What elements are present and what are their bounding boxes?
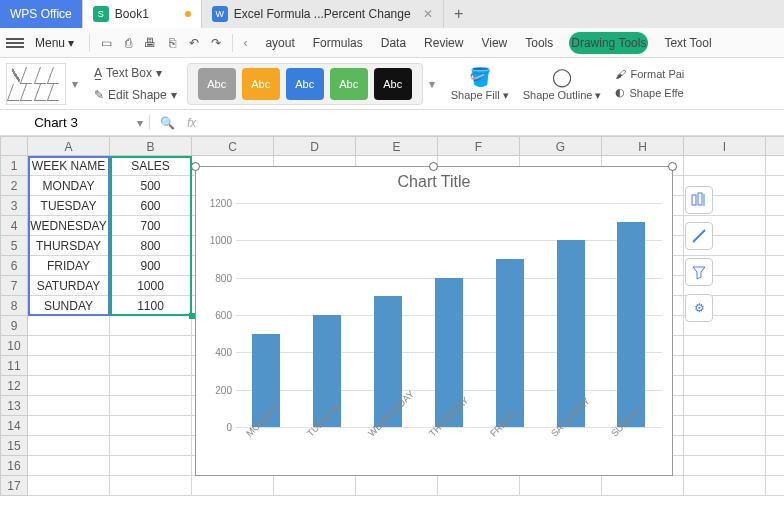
cell[interactable]: 700 (110, 216, 192, 236)
column-header[interactable]: E (356, 136, 438, 156)
cell[interactable] (766, 256, 784, 276)
cell[interactable]: 600 (110, 196, 192, 216)
cell[interactable] (28, 316, 110, 336)
row-header[interactable]: 4 (0, 216, 28, 236)
cell[interactable]: WEEK NAME (28, 156, 110, 176)
row-header[interactable]: 17 (0, 476, 28, 496)
chevron-down-icon[interactable]: ▾ (137, 116, 143, 130)
format-painter-button[interactable]: 🖌Format Pai (611, 66, 688, 82)
style-swatch[interactable]: Abc (374, 68, 412, 100)
column-header[interactable]: J (766, 136, 784, 156)
cell[interactable] (766, 216, 784, 236)
shape-outline-button[interactable]: ◯Shape Outline ▾ (519, 66, 606, 102)
formula-input[interactable] (210, 115, 784, 130)
row-header[interactable]: 1 (0, 156, 28, 176)
cell[interactable] (766, 196, 784, 216)
cell[interactable] (766, 476, 784, 496)
chart-bar[interactable] (496, 259, 524, 427)
name-box[interactable]: ▾ (0, 115, 150, 130)
hamburger-icon[interactable] (6, 36, 24, 50)
save-icon[interactable]: ⎙ (118, 33, 138, 53)
shape-gallery[interactable] (6, 63, 66, 105)
cell[interactable]: 1000 (110, 276, 192, 296)
doc-tab-2[interactable]: W Excel Formula ...Percent Change ✕ (202, 0, 444, 28)
cell[interactable] (438, 476, 520, 496)
cell[interactable] (28, 356, 110, 376)
ribbon-tab[interactable]: Review (422, 32, 465, 54)
row-header[interactable]: 15 (0, 436, 28, 456)
cell[interactable] (766, 336, 784, 356)
column-header[interactable]: C (192, 136, 274, 156)
cell[interactable] (520, 476, 602, 496)
cell[interactable] (602, 476, 684, 496)
ribbon-tab[interactable]: ayout (263, 32, 296, 54)
drawing-tools-tab[interactable]: Drawing Tools (569, 32, 648, 54)
cell[interactable] (766, 176, 784, 196)
cell[interactable]: SATURDAY (28, 276, 110, 296)
style-swatch[interactable]: Abc (330, 68, 368, 100)
cell[interactable] (766, 316, 784, 336)
new-tab-button[interactable]: + (444, 0, 474, 28)
cell[interactable] (192, 476, 274, 496)
row-header[interactable]: 5 (0, 236, 28, 256)
cell[interactable] (110, 356, 192, 376)
cell[interactable] (684, 456, 766, 476)
chart-resize-handle[interactable] (191, 162, 200, 171)
column-header[interactable]: G (520, 136, 602, 156)
cell[interactable] (28, 336, 110, 356)
cell[interactable]: SALES (110, 156, 192, 176)
cell[interactable] (684, 156, 766, 176)
textbox-button[interactable]: A̲Text Box ▾ (90, 64, 181, 82)
style-swatch[interactable]: Abc (286, 68, 324, 100)
cell[interactable]: 800 (110, 236, 192, 256)
chart-bar[interactable] (617, 222, 645, 427)
cell[interactable] (684, 376, 766, 396)
cell[interactable] (766, 436, 784, 456)
cell[interactable] (356, 476, 438, 496)
name-box-input[interactable] (6, 115, 106, 130)
cell[interactable] (766, 456, 784, 476)
row-header[interactable]: 8 (0, 296, 28, 316)
cell[interactable] (684, 356, 766, 376)
column-header[interactable]: D (274, 136, 356, 156)
menu-button[interactable]: Menu ▾ (26, 32, 83, 54)
cell[interactable] (766, 156, 784, 176)
editshape-button[interactable]: ✎Edit Shape ▾ (90, 86, 181, 104)
cell[interactable] (684, 436, 766, 456)
cell[interactable] (110, 336, 192, 356)
redo-icon[interactable]: ↷ (206, 33, 226, 53)
open-icon[interactable]: ▭ (96, 33, 116, 53)
row-header[interactable]: 2 (0, 176, 28, 196)
cell[interactable] (110, 376, 192, 396)
row-header[interactable]: 9 (0, 316, 28, 336)
cell[interactable] (766, 356, 784, 376)
cell[interactable]: 500 (110, 176, 192, 196)
cell[interactable] (766, 416, 784, 436)
cell[interactable]: TUESDAY (28, 196, 110, 216)
cell[interactable] (766, 396, 784, 416)
cell[interactable] (28, 396, 110, 416)
row-header[interactable]: 13 (0, 396, 28, 416)
column-header[interactable]: F (438, 136, 520, 156)
cell[interactable] (766, 236, 784, 256)
chart-object[interactable]: Chart Title 020040060080010001200 MONDAY… (195, 166, 673, 476)
app-tab[interactable]: WPS Office (0, 0, 83, 28)
cell[interactable] (28, 436, 110, 456)
cell[interactable] (766, 376, 784, 396)
cell[interactable] (110, 316, 192, 336)
cell[interactable]: 900 (110, 256, 192, 276)
column-header[interactable]: I (684, 136, 766, 156)
chart-filter-button[interactable] (685, 258, 713, 286)
cell[interactable] (766, 296, 784, 316)
cell[interactable]: THURSDAY (28, 236, 110, 256)
ribbon-tab[interactable]: Tools (523, 32, 555, 54)
shape-effects-button[interactable]: ◐Shape Effe (611, 84, 688, 101)
cell[interactable]: FRIDAY (28, 256, 110, 276)
cell[interactable]: MONDAY (28, 176, 110, 196)
row-header[interactable]: 11 (0, 356, 28, 376)
preview-icon[interactable]: ⎘ (162, 33, 182, 53)
cell[interactable] (28, 416, 110, 436)
chart-resize-handle[interactable] (668, 162, 677, 171)
row-header[interactable]: 7 (0, 276, 28, 296)
undo-icon[interactable]: ↶ (184, 33, 204, 53)
